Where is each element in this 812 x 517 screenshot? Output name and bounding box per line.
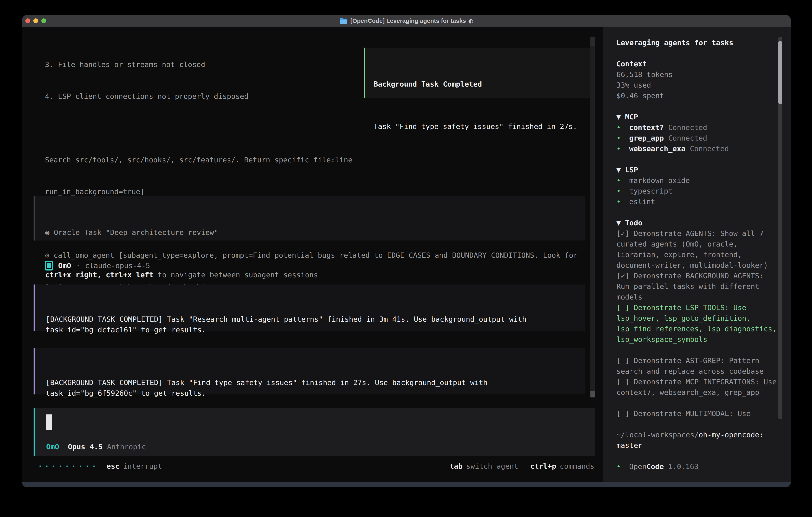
active-agent: OmO (46, 441, 59, 452)
task-result-box: [BACKGROUND TASK COMPLETED] Task "Find t… (34, 348, 585, 394)
agent-model: claude-opus-4-5 (85, 260, 150, 271)
fisheye-icon: ◉ (45, 228, 50, 237)
workspace-path: ~/local-workspaces/oh-my-opencode: maste… (616, 430, 779, 451)
git-branch: master (616, 441, 642, 450)
todo-item: [✓] Demonstrate AGENTS: Show all 7 curat… (616, 228, 779, 271)
mcp-section: ▼ MCP •context7Connected •grep_appConnec… (616, 112, 779, 154)
session-status-icon: ◐ (468, 18, 473, 24)
checkbox-checked-icon: [✓] (616, 272, 629, 280)
repo-name: oh-my-opencode: (699, 431, 764, 439)
context-section: Context 66,518 tokens 33% used $0.46 spe… (616, 59, 779, 101)
window-title: [OpenCode] Leveraging agents for tasks (350, 18, 466, 24)
bullet-icon: • (616, 122, 629, 133)
todo-item: [ ] Demonstrate MCP INTEGRATIONS: Use co… (616, 377, 779, 398)
version-line: •OpenCode1.0.163 (616, 461, 779, 472)
context-tokens: 66,518 tokens (616, 69, 779, 80)
mcp-header[interactable]: ▼ MCP (616, 112, 779, 122)
bullet-icon: • (616, 196, 629, 207)
model-provider: Anthropic (107, 441, 146, 452)
ctrlp-key-hint: ctrl+p commands (530, 461, 594, 471)
collapse-triangle-icon: ▼ (616, 219, 621, 227)
sidebar: Leveraging agents for tasks Context 66,5… (603, 27, 791, 482)
minimize-button[interactable] (33, 19, 38, 23)
agent-name: OmO (58, 260, 71, 271)
separator-dot: · (76, 260, 80, 271)
version-number: 1.0.163 (668, 461, 698, 472)
bullet-icon: • (616, 143, 629, 154)
lsp-item: •markdown-oxide (616, 175, 779, 186)
collapse-triangle-icon: ▼ (616, 113, 621, 121)
bullet-icon: • (616, 461, 629, 472)
context-spent: $0.46 spent (616, 90, 779, 101)
agent-square-icon (45, 261, 53, 271)
terminal-line: Search src/tools/, src/hooks/, src/featu… (45, 155, 578, 165)
lsp-item: •typescript (616, 186, 779, 196)
input-statusline: OmO Opus 4.5 Anthropic (46, 441, 146, 452)
background-task-toast: Background Task Completed Task "Find typ… (364, 48, 593, 98)
terminal-scrollbar-thumb[interactable] (590, 391, 595, 398)
zoom-button[interactable] (41, 19, 46, 23)
terminal-pane: 3. File handles or streams not closed 4.… (22, 27, 603, 482)
lsp-section: ▼ LSP •markdown-oxide •typescript •eslin… (616, 165, 779, 207)
task-result-box: [BACKGROUND TASK COMPLETED] Task "Resear… (34, 284, 585, 331)
bullet-icon: • (616, 186, 629, 196)
window-footer-bar (22, 482, 791, 487)
task-message: [BACKGROUND TASK COMPLETED] Task "Find t… (46, 377, 577, 399)
oracle-task-box: ◉ Oracle Task "Deep architecture review"… (34, 196, 585, 241)
collapse-triangle-icon: ▼ (616, 166, 621, 174)
app-window: [OpenCode] Leveraging agents for tasks ◐… (22, 15, 791, 487)
todo-item: [ ] Demonstrate MULTIMODAL: Use (616, 408, 779, 419)
checkbox-empty-icon: [ ] (616, 378, 629, 386)
bullet-icon: • (616, 175, 629, 186)
mcp-item: •context7Connected (616, 122, 779, 133)
checkbox-empty-icon: [ ] (616, 303, 629, 312)
sidebar-scrollbar[interactable] (778, 36, 782, 419)
spinner-dots-icon: ········· (38, 461, 98, 471)
todo-item: [✓] Demonstrate BACKGROUND AGENTS: Run p… (616, 271, 779, 302)
context-used: 33% used (616, 80, 779, 90)
session-title: Leveraging agents for tasks (616, 37, 779, 48)
keybinding: ctrl+x right, ctrl+x left (45, 271, 153, 279)
lsp-item: •eslint (616, 196, 779, 207)
todo-section: ▼ Todo [✓] Demonstrate AGENTS: Show all … (616, 218, 779, 419)
hints-bar: ········· esc interrupt tab switch agent… (38, 461, 594, 471)
bullet-icon: • (616, 133, 629, 143)
path-prefix: ~/local-workspaces/ (616, 431, 699, 439)
agent-header: OmO · claude-opus-4-5 (45, 260, 150, 271)
active-model: Opus 4.5 (68, 441, 103, 452)
prompt-input[interactable]: OmO Opus 4.5 Anthropic (34, 408, 595, 456)
checkbox-empty-icon: [ ] (616, 409, 629, 418)
todo-item-active: [ ] Demonstrate LSP TOOLS: Use lsp_hover… (616, 302, 779, 345)
mcp-item: •websearch_exaConnected (616, 143, 779, 154)
sidebar-scrollbar-thumb[interactable] (778, 41, 782, 104)
mcp-item: •grep_appConnected (616, 133, 779, 143)
oracle-task-line: ◉ Oracle Task "Deep architecture review" (45, 227, 585, 238)
text-cursor (46, 414, 52, 430)
oracle-task-hint: ctrl+x right, ctrl+x left to navigate be… (45, 270, 585, 280)
lsp-header[interactable]: ▼ LSP (616, 165, 779, 175)
tab-key-hint: tab switch agent (450, 461, 518, 471)
traffic-lights (25, 19, 46, 23)
esc-key-hint: esc (107, 461, 119, 471)
todo-item: [ ] Demonstrate AST-GREP: Pattern search… (616, 355, 779, 377)
toast-title: Background Task Completed (374, 79, 592, 89)
checkbox-checked-icon: [✓] (616, 229, 629, 238)
todo-header[interactable]: ▼ Todo (616, 218, 779, 228)
close-button[interactable] (25, 19, 30, 23)
titlebar: [OpenCode] Leveraging agents for tasks ◐ (22, 15, 791, 27)
checkbox-empty-icon: [ ] (616, 356, 629, 365)
task-message: [BACKGROUND TASK COMPLETED] Task "Resear… (46, 314, 577, 335)
toast-body: Task "Find type safety issues" finished … (374, 121, 592, 132)
terminal-line: run_in_background=true] (45, 186, 578, 197)
terminal-scrollbar[interactable] (590, 36, 595, 398)
folder-icon (340, 18, 348, 24)
